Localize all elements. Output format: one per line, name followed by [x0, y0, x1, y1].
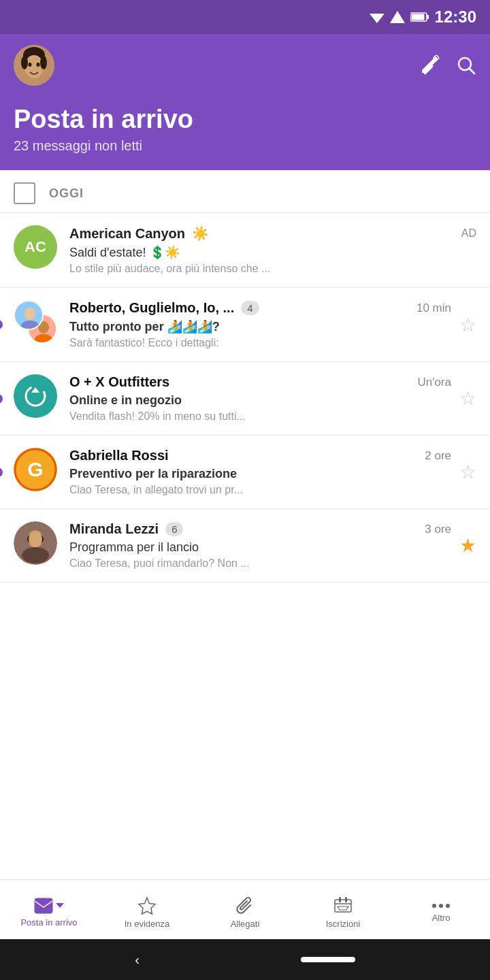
- sender-avatar: [14, 374, 57, 418]
- svg-point-18: [24, 308, 35, 320]
- email-header-row: Roberto, Guglielmo, Io, ... 4 10 min: [69, 300, 451, 316]
- nav-item-subscriptions[interactable]: Iscrizioni: [294, 880, 392, 939]
- nav-item-attachments[interactable]: Allegati: [196, 880, 294, 939]
- email-content: O + X Outfitters Un'ora Online e in nego…: [69, 374, 451, 423]
- svg-marker-0: [370, 14, 385, 23]
- inbox-nav-label: Posta in arrivo: [20, 917, 77, 928]
- svg-rect-4: [411, 14, 424, 20]
- svg-rect-32: [35, 898, 52, 913]
- email-time: 10 min: [416, 301, 451, 315]
- email-content: Gabriella Rossi 2 ore Preventivo per la …: [69, 448, 451, 496]
- email-subject: Preventivo per la riparazione: [69, 467, 451, 481]
- table-row[interactable]: O + X Outfitters Un'ora Online e in nego…: [0, 362, 490, 436]
- svg-point-10: [29, 63, 32, 67]
- today-label: OGGI: [49, 186, 84, 201]
- nav-item-more[interactable]: Altro: [392, 880, 490, 939]
- subscriptions-nav-label: Iscrizioni: [326, 919, 361, 929]
- table-row[interactable]: Roberto, Guglielmo, Io, ... 4 10 min Tut…: [0, 288, 490, 362]
- unread-indicator: [0, 394, 3, 404]
- email-sender: Gabriella Rossi: [69, 448, 416, 463]
- email-subject: Saldi d'estate! 💲☀️: [69, 245, 476, 260]
- email-header-row: O + X Outfitters Un'ora: [69, 374, 451, 390]
- email-preview: Sarà fantastico! Ecco i dettagli:: [69, 337, 451, 349]
- email-header-row: American Canyon ☀️ AD: [69, 225, 476, 242]
- header-actions: [419, 55, 476, 76]
- star-button[interactable]: ☆: [459, 314, 476, 336]
- email-sender: Roberto, Guglielmo, Io, ... 4: [69, 300, 408, 316]
- home-button[interactable]: [301, 957, 355, 962]
- inbox-subtitle: 23 messaggi non letti: [14, 138, 476, 154]
- nav-item-inbox[interactable]: Posta in arrivo: [0, 880, 98, 939]
- svg-point-40: [439, 904, 443, 908]
- email-subject: Tutto pronto per 🏄🏄🏄?: [69, 319, 451, 334]
- email-sender: American Canyon ☀️: [69, 225, 456, 242]
- status-bar: 12:30: [0, 0, 490, 34]
- thread-count: 6: [165, 522, 183, 536]
- subscriptions-nav-icon: [333, 896, 353, 915]
- svg-point-41: [446, 904, 450, 908]
- svg-marker-33: [56, 903, 64, 908]
- svg-rect-3: [427, 15, 429, 19]
- sender-avatar: G: [14, 448, 57, 491]
- email-preview: Lo stile più audace, ora più intenso che…: [69, 263, 476, 275]
- avatar[interactable]: [14, 45, 54, 86]
- email-content: American Canyon ☀️ AD Saldi d'estate! 💲☀…: [69, 225, 476, 275]
- table-row[interactable]: AC American Canyon ☀️ AD Saldi d'estate!…: [0, 213, 490, 288]
- table-row[interactable]: Miranda Lezzi 6 3 ore Programma per il l…: [0, 509, 490, 583]
- wifi-icon: [370, 11, 385, 23]
- nav-item-featured[interactable]: In evidenza: [98, 880, 196, 939]
- email-header-row: Miranda Lezzi 6 3 ore: [69, 521, 451, 537]
- select-all-checkbox[interactable]: [14, 182, 35, 204]
- email-time: Un'ora: [417, 376, 451, 389]
- svg-marker-24: [31, 387, 39, 393]
- svg-line-16: [470, 69, 474, 74]
- more-nav-icon: [431, 902, 451, 909]
- email-content: Roberto, Guglielmo, Io, ... 4 10 min Tut…: [69, 300, 451, 349]
- unread-indicator: [0, 320, 3, 329]
- email-preview: Vendita flash! 20% in meno su tutti...: [69, 410, 451, 423]
- inbox-nav-icon: [34, 898, 65, 914]
- svg-marker-13: [422, 56, 438, 73]
- sun-emoji: ☀️: [192, 225, 209, 242]
- email-time: 2 ore: [425, 449, 451, 463]
- svg-marker-1: [390, 11, 405, 23]
- svg-rect-37: [345, 897, 347, 902]
- search-button[interactable]: [456, 55, 476, 76]
- svg-point-31: [29, 531, 42, 547]
- compose-button[interactable]: [419, 55, 440, 76]
- system-nav-bar: ‹: [0, 939, 490, 980]
- sender-avatar: [14, 521, 57, 565]
- svg-point-7: [24, 55, 44, 78]
- status-time: 12:30: [435, 7, 476, 27]
- featured-nav-label: In evidenza: [125, 919, 170, 929]
- section-label: OGGI: [0, 170, 490, 213]
- header-top: [14, 45, 476, 86]
- star-button[interactable]: ☆: [459, 461, 476, 483]
- svg-marker-34: [139, 898, 155, 914]
- email-time: 3 ore: [425, 523, 451, 536]
- inbox-title: Posta in arrivo: [14, 105, 476, 134]
- featured-nav-icon: [137, 896, 157, 915]
- email-sender: Miranda Lezzi 6: [69, 521, 416, 537]
- back-button[interactable]: ‹: [135, 952, 140, 968]
- more-nav-label: Altro: [432, 913, 451, 923]
- table-row[interactable]: G Gabriella Rossi 2 ore Preventivo per l…: [0, 436, 490, 509]
- svg-point-8: [21, 56, 28, 69]
- email-sender: O + X Outfitters: [69, 374, 409, 390]
- star-button[interactable]: ★: [459, 534, 476, 557]
- email-preview: Ciao Teresa, in allegato trovi un pr...: [69, 484, 451, 496]
- email-subject: Programma per il lancio: [69, 540, 451, 555]
- bottom-nav: Posta in arrivo In evidenza Allegati Isc…: [0, 879, 490, 939]
- attachments-nav-icon: [235, 896, 255, 915]
- unread-indicator: [0, 468, 3, 477]
- svg-text:G: G: [27, 458, 43, 480]
- thread-count: 4: [241, 301, 259, 315]
- email-content: Miranda Lezzi 6 3 ore Programma per il l…: [69, 521, 451, 570]
- email-header-row: Gabriella Rossi 2 ore: [69, 448, 451, 463]
- status-icons: 12:30: [370, 7, 476, 27]
- star-button[interactable]: ☆: [459, 387, 476, 410]
- email-list: AC American Canyon ☀️ AD Saldi d'estate!…: [0, 213, 490, 879]
- sender-avatar: [14, 300, 57, 344]
- sender-avatar: AC: [14, 225, 57, 269]
- battery-icon: [410, 12, 429, 22]
